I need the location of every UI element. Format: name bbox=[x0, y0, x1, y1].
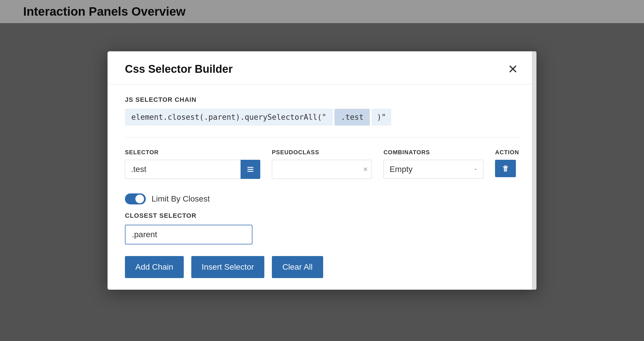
combinators-select[interactable]: Empty Child (>) Adjacent (+) Sibling (~)… bbox=[383, 160, 483, 179]
js-chain-display: element.closest(.parent).querySelectorAl… bbox=[125, 109, 519, 126]
action-buttons-row: Add Chain Insert Selector Clear All bbox=[125, 256, 519, 278]
svg-rect-2 bbox=[248, 171, 254, 172]
modal-header: Css Selector Builder ✕ bbox=[108, 51, 536, 84]
selector-col-label: SELECTOR bbox=[125, 149, 260, 156]
js-chain-tag: .test bbox=[334, 109, 370, 126]
limit-by-closest-label: Limit By Closest bbox=[152, 194, 210, 204]
pseudoclass-input[interactable] bbox=[272, 160, 372, 179]
closest-selector-input[interactable] bbox=[125, 225, 252, 244]
selector-column: SELECTOR bbox=[125, 149, 260, 179]
modal-body: JS SELECTOR CHAIN element.closest(.paren… bbox=[108, 84, 536, 290]
page-background: Interaction Panels Overview Css Selector… bbox=[0, 0, 644, 341]
scrollbar[interactable] bbox=[532, 51, 536, 290]
trash-icon bbox=[501, 164, 510, 173]
selector-input-wrapper bbox=[125, 160, 260, 179]
action-column: ACTION bbox=[495, 149, 519, 177]
limit-by-closest-toggle[interactable] bbox=[125, 193, 146, 204]
toggle-slider bbox=[125, 193, 146, 204]
selector-list-button[interactable] bbox=[241, 160, 260, 179]
js-chain-label: JS SELECTOR CHAIN bbox=[125, 96, 519, 104]
combinators-col-label: COMBINATORS bbox=[383, 149, 483, 156]
delete-selector-button[interactable] bbox=[495, 160, 516, 177]
pseudoclass-input-wrapper: × bbox=[272, 160, 372, 179]
css-selector-builder-modal: Css Selector Builder ✕ JS SELECTOR CHAIN… bbox=[108, 51, 536, 290]
pseudoclass-col-label: PSEUDOCLASS bbox=[272, 149, 372, 156]
svg-rect-0 bbox=[248, 167, 254, 168]
add-chain-button[interactable]: Add Chain bbox=[125, 256, 184, 278]
selector-row: SELECTOR PSEUDOCLASS bbox=[125, 149, 519, 179]
closest-selector-label: CLOSEST SELECTOR bbox=[125, 212, 519, 220]
svg-rect-1 bbox=[248, 169, 254, 170]
js-chain-prefix: element.closest(.parent).querySelectorAl… bbox=[125, 109, 333, 126]
action-col-label: ACTION bbox=[495, 149, 519, 156]
modal-close-button[interactable]: ✕ bbox=[507, 63, 519, 75]
modal-title: Css Selector Builder bbox=[125, 63, 233, 75]
js-chain-section: JS SELECTOR CHAIN element.closest(.paren… bbox=[125, 96, 519, 137]
pseudoclass-column: PSEUDOCLASS × bbox=[272, 149, 372, 179]
selector-input[interactable] bbox=[125, 160, 241, 179]
js-chain-suffix: )" bbox=[372, 109, 391, 126]
limit-by-closest-row: Limit By Closest bbox=[125, 193, 519, 204]
combinators-column: COMBINATORS Empty Child (>) Adjacent (+)… bbox=[383, 149, 483, 179]
closest-selector-section: CLOSEST SELECTOR bbox=[125, 212, 519, 244]
clear-all-button[interactable]: Clear All bbox=[272, 256, 323, 278]
list-icon bbox=[246, 165, 254, 173]
insert-selector-button[interactable]: Insert Selector bbox=[191, 256, 265, 278]
pseudoclass-clear-button[interactable]: × bbox=[363, 165, 368, 174]
